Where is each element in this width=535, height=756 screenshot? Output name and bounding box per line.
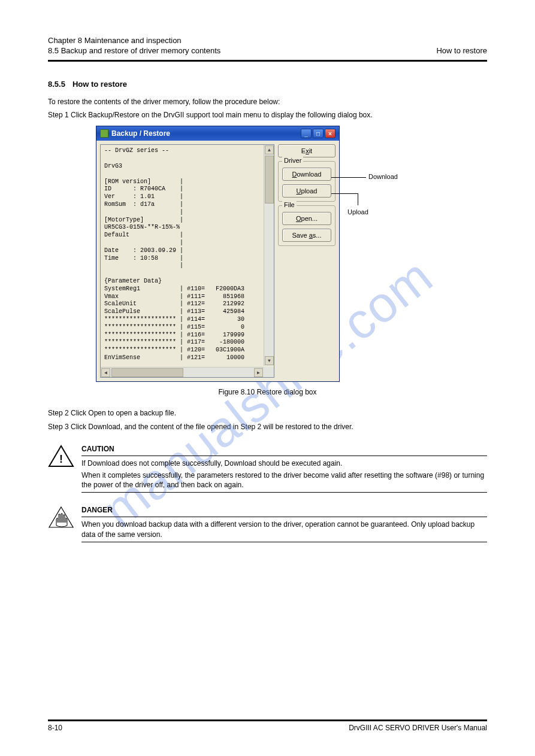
page-header: Chapter 8 Maintenance and inspection 8.5… bbox=[48, 36, 487, 55]
saveas-button[interactable]: Save as... bbox=[282, 229, 331, 242]
caution-rule-top bbox=[81, 456, 487, 456]
step-3: Step 3 Click Download, and the content o… bbox=[62, 422, 487, 432]
download-button[interactable]: Download bbox=[282, 168, 331, 181]
header-section: 8.5 Backup and restore of driver memory … bbox=[48, 46, 220, 55]
caution-text-2: When it completes successfully, the para… bbox=[81, 470, 487, 490]
open-button[interactable]: Open... bbox=[282, 212, 331, 225]
scroll-left-icon[interactable]: ◀ bbox=[101, 368, 110, 377]
text-panel[interactable]: -- DrvGZ series -- DrvG3 [ROM version] |… bbox=[100, 144, 274, 378]
driver-legend: Driver bbox=[282, 157, 303, 164]
vertical-scrollbar[interactable]: ▲ ▼ bbox=[264, 145, 274, 366]
section-heading: 8.5.5 How to restore bbox=[48, 80, 487, 92]
side-panel: Exit Driver Download Upload File Open...… bbox=[278, 144, 335, 378]
danger-text: When you download backup data with a dif… bbox=[81, 520, 487, 539]
caution-text-1: If Download does not complete successful… bbox=[81, 459, 487, 468]
text-content: -- DrvGZ series -- DrvG3 [ROM version] |… bbox=[104, 147, 273, 362]
lead-line-download bbox=[331, 177, 366, 178]
step-1: Step 1 Click Backup/Restore on the DrvGI… bbox=[62, 110, 487, 120]
header-rule bbox=[48, 60, 487, 62]
scroll-up-icon[interactable]: ▲ bbox=[265, 145, 274, 154]
footer-title: DrvGIII AC SERVO DRIVER User's Manual bbox=[349, 724, 487, 732]
minimize-button[interactable]: _ bbox=[301, 129, 312, 138]
scroll-corner bbox=[264, 367, 274, 377]
titlebar[interactable]: Backup / Restore _ □ × bbox=[96, 126, 339, 141]
window-title: Backup / Restore bbox=[111, 129, 170, 138]
hscroll-thumb[interactable] bbox=[111, 368, 183, 377]
caution-triangle-icon: ! bbox=[48, 445, 74, 467]
lead-vert-upload bbox=[358, 193, 358, 205]
danger-block: DANGER When you download backup data wit… bbox=[48, 506, 487, 542]
section-number: 8.5.5 bbox=[48, 80, 65, 89]
file-fieldset: File Open... Save as... bbox=[278, 205, 335, 246]
danger-triangle-icon bbox=[48, 506, 74, 529]
horizontal-scrollbar[interactable]: ◀ ▶ bbox=[101, 367, 264, 377]
callout-download: Download bbox=[368, 173, 398, 180]
caution-label: CAUTION bbox=[81, 445, 487, 453]
upload-button[interactable]: Upload bbox=[282, 184, 331, 198]
section-title: How to restore bbox=[72, 80, 127, 89]
header-topic: How to restore bbox=[436, 46, 487, 55]
scroll-right-icon[interactable]: ▶ bbox=[254, 368, 263, 377]
callout-upload: Upload bbox=[347, 208, 368, 215]
page-number: 8-10 bbox=[48, 724, 62, 732]
header-chapter: Chapter 8 Maintenance and inspection bbox=[48, 36, 487, 45]
scroll-down-icon[interactable]: ▼ bbox=[265, 356, 274, 365]
maximize-button[interactable]: □ bbox=[313, 129, 324, 138]
driver-fieldset: Driver Download Upload bbox=[278, 161, 335, 202]
figure-caption: Figure 8.10 Restore dialog box bbox=[48, 388, 487, 396]
caution-rule-bottom bbox=[81, 492, 487, 493]
intro-paragraph: To restore the contents of the driver me… bbox=[48, 97, 487, 107]
danger-label: DANGER bbox=[81, 506, 487, 514]
danger-rule-bottom bbox=[81, 542, 487, 542]
caution-block: ! CAUTION If Download does not complete … bbox=[48, 445, 487, 493]
file-legend: File bbox=[282, 201, 297, 208]
danger-rule-top bbox=[81, 517, 487, 517]
exit-button[interactable]: Exit bbox=[278, 144, 335, 157]
close-button[interactable]: × bbox=[325, 129, 335, 138]
client-area: -- DrvGZ series -- DrvG3 [ROM version] |… bbox=[96, 141, 339, 381]
lead-line-upload bbox=[331, 193, 358, 194]
vscroll-thumb[interactable] bbox=[265, 156, 274, 204]
backup-restore-window: Backup / Restore _ □ × -- DrvGZ series -… bbox=[96, 126, 340, 382]
step-2: Step 2 Click Open to open a backup file. bbox=[62, 408, 487, 418]
footer-rule bbox=[48, 719, 487, 721]
svg-text:!: ! bbox=[59, 453, 63, 465]
app-icon bbox=[100, 129, 108, 138]
